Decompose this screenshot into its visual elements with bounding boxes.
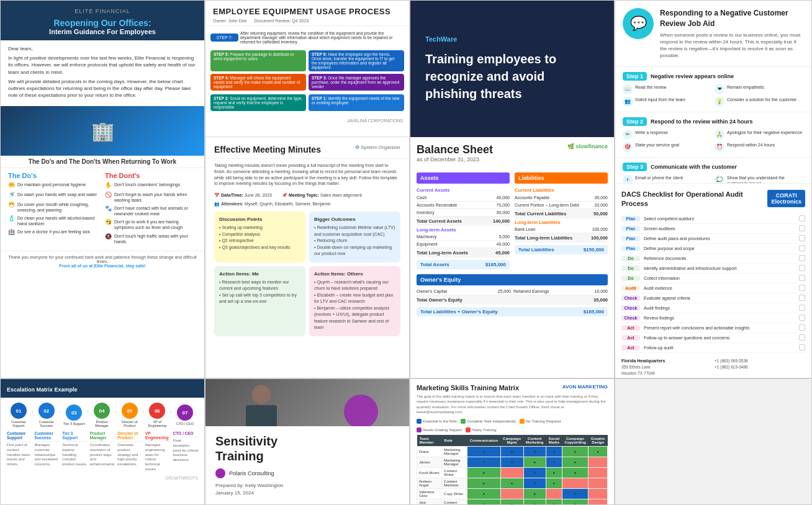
ar-row: Accounts Receivable70,000 — [417, 202, 510, 209]
step1-text-2: Remain empathetic — [727, 84, 764, 90]
escalation-matrix-card: Escalation Matrix Example 01 Customer Su… — [0, 378, 205, 505]
ap-value: 30,000 — [595, 195, 608, 200]
outcome-item-2: Reducing churn — [314, 238, 395, 244]
elite-financial-card: ELITE FINANCIAL Reopening Our Offices: I… — [0, 0, 205, 378]
do-icon-3: 😷 — [8, 202, 15, 209]
step2-text-3: State your service goal — [635, 142, 679, 148]
equity-header: Owner's Equity — [417, 274, 608, 285]
gtl-value: $150,000 — [584, 247, 604, 253]
cl-text-5: Reference documents — [644, 256, 795, 261]
diana-campaign: ✕ — [500, 446, 523, 457]
esc-num-7: 07 — [177, 404, 193, 421]
escalation-steps-row: 01 Customer Support › 02 Customer Succes… — [1, 398, 204, 430]
steps-grid-2: STEP 2: Scout on equipment, determine th… — [210, 94, 404, 111]
cl-check-7[interactable] — [799, 275, 805, 281]
legend-text-complete: Complete Task Independently — [467, 419, 516, 423]
valentine-copy: ✕ — [562, 488, 589, 499]
card4-title-group: Responding to a Negative Customer Review… — [660, 8, 804, 59]
do-item-1: 🤲 Do maintain good personal hygiene — [8, 182, 100, 189]
esc-label-4: Product Manager — [90, 420, 114, 427]
office-image: 🏢 — [1, 106, 204, 156]
dacs-checklist-card: DACS Checklist for Operational Audit Pro… — [615, 184, 811, 378]
joie-comm: ● — [467, 499, 500, 505]
james-campaign: ✕ — [500, 457, 523, 467]
cl-check-9[interactable] — [799, 295, 805, 301]
cl-check-11[interactable] — [799, 315, 805, 321]
cl-row-5: DoReference documents — [621, 254, 805, 264]
cl-check-1[interactable] — [799, 215, 805, 221]
oc-label: Owner's Capital — [417, 289, 447, 293]
cl-row-9: CheckEvaluate against criteria — [621, 293, 805, 303]
person-head — [252, 385, 271, 404]
skills-matrix-table: Team Member Role Communication Campaign … — [417, 435, 608, 505]
cl-text-12: Present report with conclusions and acti… — [644, 326, 795, 330]
esc-detail-2: Customer Success Manages customer relati… — [35, 431, 60, 472]
do-text-3: Do cover your mouth while coughing, snee… — [17, 202, 100, 213]
james-comm: ✕ — [467, 457, 500, 467]
cl-check-14[interactable] — [799, 344, 805, 351]
phase-act-2: Act — [621, 335, 640, 341]
legend-dot-training — [520, 419, 525, 424]
legend-dot-support — [417, 427, 422, 432]
cl-check-4[interactable] — [799, 245, 805, 251]
diana-social: ✕ — [546, 446, 562, 457]
phishing-card: TechWare Training employees to recognize… — [410, 1, 614, 137]
step2-item-4: ⏰Respond within 24 hours — [715, 142, 804, 152]
grand-total-liabilities: Total Liabilities$150,000 — [515, 245, 608, 254]
email-icon: 📧 — [623, 175, 633, 184]
matrix-row-kovik: Kovik Mueni Content Writer ● ✕ ● ● — [417, 467, 608, 478]
discussion-title: Discussion Points — [219, 217, 300, 222]
cl-check-5[interactable] — [799, 255, 805, 261]
escalation-logo: GROWTHROOTS — [1, 473, 204, 483]
column-4-row-1: 💬 Responding to a Negative Customer Revi… — [615, 0, 812, 378]
do-icon-2: 🚿 — [8, 192, 15, 199]
step1-text-3: Solicit input from the team — [635, 97, 685, 102]
total-ltl: Total Long-term Liabilities100,000 — [515, 233, 608, 243]
cl-check-8[interactable] — [799, 285, 805, 291]
sensitivity-training-card: Sensitivity Training Polaris Consulting … — [205, 378, 410, 505]
cl-text-6: Identify administrative and infrastructu… — [644, 266, 795, 270]
step1-item-3: 👥Solicit input from the team — [623, 97, 712, 107]
dont-icon-5: 🚷 — [105, 233, 112, 241]
action-other-3: Benjamin – utilize competitor analysis (… — [314, 305, 395, 331]
col-comm: Communication — [467, 435, 500, 447]
step3-items: 📧Email or phone the client 💭Show that yo… — [623, 175, 804, 184]
esc-label-3: Tier 3 Support — [62, 422, 86, 426]
card4-intro: When someone posts a review to our busin… — [660, 32, 804, 60]
esc-role-2: Customer Success — [35, 431, 60, 442]
cl-check-10[interactable] — [799, 305, 805, 311]
valentine-design — [589, 488, 608, 499]
cl-text-9: Evaluate against criteria — [644, 296, 795, 300]
esc-num-1: 01 — [11, 403, 27, 419]
cl-check-6[interactable] — [799, 265, 805, 271]
matrix-legend: Essential to the Role Complete Task Inde… — [417, 419, 608, 432]
action-others-title: Action Items: Others — [314, 271, 395, 277]
dont-icon-4: 🤧 — [105, 219, 112, 226]
dont-text-4: Don't go to work if you are having sympt… — [114, 219, 197, 230]
dont-text-5: Don't touch high traffic areas with your… — [114, 233, 197, 244]
esc-role-3: Tier 3 Support — [62, 431, 88, 442]
col-member: Team Member — [417, 435, 442, 447]
card7-logo: CORATIElectronics — [767, 190, 805, 207]
cl-check-2[interactable] — [799, 225, 805, 231]
esc-step-3: 03 Tier 3 Support — [62, 404, 86, 426]
valentine-content: ● — [523, 488, 546, 499]
cl-check-3[interactable] — [799, 235, 805, 241]
body-p1: Dear team, — [8, 45, 197, 52]
esc-num-6: 06 — [149, 403, 165, 419]
esc-role-6: VP Engineering — [145, 431, 171, 442]
loan-row: Bank Loan100,000 — [515, 226, 608, 233]
card6-title-group: Balance Sheet as of December 31, 2023 — [417, 143, 493, 168]
cl-check-13[interactable] — [799, 334, 805, 341]
cl-row-8: AuditAudit evidence — [621, 284, 805, 293]
phase-check-1: Check — [621, 295, 640, 301]
cl-check-12[interactable] — [799, 324, 805, 331]
do-item-3: 😷 Do cover your mouth while coughing, sn… — [8, 202, 100, 213]
matrix-row-joie: Joie Renaldo Content Marketer ● ● ● ● ● — [417, 499, 608, 505]
outcome-item-3: Double-down on ramping up marketing our … — [314, 244, 395, 257]
tltl-value: 100,000 — [591, 235, 608, 241]
kovik-copy: ● — [562, 467, 589, 478]
card4-icon: 💬 — [623, 8, 654, 39]
card5-topic: 📌 Meeting Topic: Sales team alignment — [282, 193, 362, 198]
step-4-box: STEP 4: Manager will check the equipment… — [210, 74, 306, 91]
